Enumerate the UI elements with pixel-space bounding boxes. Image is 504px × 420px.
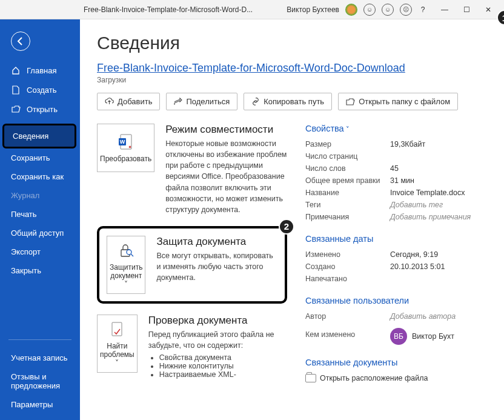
sidebar-item-new[interactable]: Создать [0,80,80,99]
prop-key: Число слов [305,164,390,173]
close-window-button[interactable]: ✕ [477,5,499,14]
prop-key: Число страниц [305,152,390,161]
prop-key: Создано [305,262,390,271]
prop-value: 19,3Кбайт [390,140,425,148]
inspect-section: Найти проблемы ˅ Проверка документа Пере… [97,315,287,379]
breadcrumb[interactable]: Загрузки [97,76,487,84]
button-label: Копировать путь [264,97,324,106]
action-row: Добавить Поделиться Копировать путь Откр… [97,93,487,110]
svg-point-4 [127,250,131,255]
sidebar-item-print[interactable]: Печать [0,205,80,224]
sidebar-item-label: Печать [11,210,37,219]
sidebar-item-label: Параметры [11,400,53,409]
sidebar-item-home[interactable]: Главная [0,61,80,80]
sidebar-item-share[interactable]: Общий доступ [0,224,80,242]
sidebar-item-saveas[interactable]: Сохранить как [0,167,80,186]
user-avatar-initials: ВБ [390,328,407,345]
section-heading: Защита документа [156,236,277,248]
sidebar-item-history: Журнал [0,186,80,205]
sidebar-item-label: Создать [27,85,56,95]
sidebar-item-label: Экспорт [11,247,41,256]
add-author-link[interactable]: Добавить автора [390,312,456,321]
sidebar-item-label: Главная [27,66,56,75]
prop-key: Теги [305,201,390,209]
sidebar-item-feedback[interactable]: Отзывы и предложения [0,367,80,395]
backstage-sidebar: Главная Создать Открыть Сведения 1 Сохра… [0,19,80,420]
button-label: Защитить документ ˅ [110,263,142,288]
button-label: Добавить [118,97,152,106]
face-neutral-icon[interactable]: ☺ [363,4,376,16]
add-tag-link[interactable]: Добавить тег [390,201,443,209]
titlebar: Free-Blank-Invoice-Template-for-Microsof… [0,0,504,19]
sidebar-item-label: Сохранить как [11,172,64,181]
sidebar-item-account[interactable]: Учетная запись [0,348,80,367]
protect-document-button[interactable]: Защитить документ ˅ [107,236,145,294]
sidebar-item-label: Открыть [27,105,58,114]
protect-section: Защитить документ ˅ Защита документа Все… [107,236,277,294]
sidebar-item-save[interactable]: Сохранить [0,148,80,167]
convert-button[interactable]: W Преобразовать [97,124,154,172]
document-check-icon [108,320,126,338]
prop-key: Напечатано [305,275,390,283]
share-icon [174,98,182,105]
sidebar-item-export[interactable]: Экспорт [0,242,80,261]
sidebar-item-close[interactable]: Закрыть [0,261,80,280]
protect-highlight: 2 Защитить документ ˅ Защита документа В… [97,226,287,304]
prop-key: Примечания [305,213,390,221]
prop-value: ВБ Виктор Бухт [390,324,454,345]
lock-search-icon [117,241,135,259]
folder-icon [305,374,316,382]
properties-header[interactable]: Свойства [305,124,487,133]
sidebar-item-label: Журнал [11,191,39,200]
related-dates-header: Связанные даты [305,234,487,244]
prop-value: Invoice Template.docx [390,188,465,197]
prop-key: Кем изменено [305,330,390,339]
face-smile-icon[interactable]: ☺ [382,4,394,16]
word-doc-icon: W [117,133,135,151]
add-comments-link[interactable]: Добавить примечания [390,213,471,221]
sidebar-item-options[interactable]: Параметры [0,395,80,414]
copy-path-button[interactable]: Копировать путь [244,93,332,110]
prop-value: 20.10.2013 5:01 [390,262,445,271]
folder-open-icon [11,104,21,114]
share-button[interactable]: Поделиться [166,93,237,110]
inspect-document-button[interactable]: Найти проблемы ˅ [97,315,138,373]
prop-value: 31 мин [390,176,414,185]
prop-key: Автор [305,312,390,321]
section-body: Все могут открывать, копировать и изменя… [156,250,277,283]
face-sad-icon[interactable]: ☹ [400,4,412,16]
back-button[interactable] [11,32,30,51]
sidebar-item-open[interactable]: Открыть [0,99,80,119]
section-heading: Проверка документа [148,315,287,327]
prop-value: Сегодня, 9:19 [390,250,438,259]
document-name-link[interactable]: Free-Blank-Invoice-Template-for-Microsof… [97,62,487,75]
sidebar-item-label: Учетная запись [11,353,68,362]
titlebar-doc-name: Free-Blank-Invoice-Template-for-Microsof… [84,5,253,14]
properties-panel: Свойства Размер19,3Кбайт Число страниц Ч… [305,124,487,395]
inspect-item: Настраиваемые XML- [159,370,287,379]
maximize-button[interactable]: ☐ [456,5,477,14]
new-icon [11,85,21,95]
help-icon[interactable]: ? [412,5,434,14]
open-file-location-link[interactable]: Открыть расположение файла [320,374,428,382]
page-title: Сведения [97,33,487,53]
prop-key: Изменено [305,250,390,259]
sidebar-item-label: Общий доступ [11,228,64,238]
related-docs-header: Связанные документы [305,358,487,367]
section-body: Некоторые новые возможности отключены во… [165,138,287,215]
sidebar-item-info[interactable]: Сведения [2,124,76,148]
prop-key: Название [305,188,390,197]
sidebar-item-label: Закрыть [11,266,41,275]
avatar[interactable] [345,4,357,16]
link-icon [251,98,260,105]
sidebar-item-label: Сведения [13,132,48,141]
prop-value: 45 [390,164,399,173]
info-page: Сведения Free-Blank-Invoice-Template-for… [80,19,504,420]
upload-button[interactable]: Добавить [97,93,160,110]
sidebar-item-label: Отзывы и предложения [11,372,80,390]
open-folder-button[interactable]: Открыть папку с файлом [338,93,458,110]
titlebar-user-name[interactable]: Виктор Бухтеев [287,5,339,14]
prop-key: Размер [305,140,390,148]
minimize-button[interactable]: — [434,5,456,14]
compatibility-section: W Преобразовать Режим совместимости Неко… [97,124,287,215]
